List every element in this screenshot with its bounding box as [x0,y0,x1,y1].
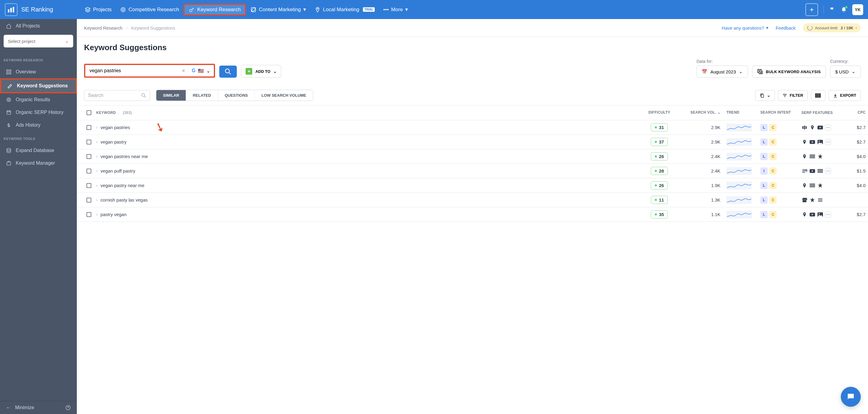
expand-icon[interactable]: › [96,169,97,173]
search-button[interactable] [219,66,237,78]
row-checkbox[interactable] [87,140,91,144]
select-all-checkbox[interactable] [87,110,91,115]
video-icon[interactable] [809,211,815,217]
serp-icon[interactable] [802,168,807,174]
copy-button[interactable]: ⌄ [755,90,775,101]
carousel-icon[interactable] [802,125,807,131]
logo-icon[interactable] [5,3,18,16]
col-difficulty[interactable]: DIFFICULTY [637,110,682,115]
shop-icon[interactable] [802,197,807,203]
keyword-text[interactable]: vegan puff pastry [100,168,135,173]
row-checkbox[interactable] [87,212,91,217]
row-checkbox[interactable] [87,154,91,159]
pin-icon[interactable] [809,125,815,131]
currency-selector[interactable]: $ USD ⌄ [830,66,861,78]
col-search-vol[interactable]: SEARCH VOL. ⌄ [682,110,726,115]
tab-related[interactable]: RELATED [186,90,218,101]
project-select[interactable]: Select project ⌄ [4,35,73,47]
tab-low-vol[interactable]: LOW SEARCH VOLUME [255,90,313,101]
table-search[interactable]: Search [84,90,150,101]
chat-button[interactable] [841,387,861,407]
tab-questions[interactable]: QUESTIONS [218,90,255,101]
date-selector[interactable]: 📅 August 2023 ⌄ [696,66,748,78]
keyword-text[interactable]: vegan pastry [100,139,126,144]
pin-icon[interactable] [802,182,807,188]
add-to-button[interactable]: + ADD TO ⌄ [241,65,281,78]
nav-projects[interactable]: Projects [81,4,116,15]
sidebar-all-projects[interactable]: All Projects [0,19,77,33]
tab-similar[interactable]: SIMILAR [156,90,186,101]
difficulty-pill: 31 [651,123,668,132]
nav-more[interactable]: ••• More ▾ [379,4,412,15]
sidebar-overview[interactable]: Overview [0,66,77,78]
star-icon[interactable] [817,182,823,188]
keyword-text[interactable]: pastry vegan [100,212,126,217]
video-icon[interactable] [809,168,815,174]
row-checkbox[interactable] [87,169,91,173]
sidebar-expand-db[interactable]: Expand Database [0,144,77,157]
search-engine-selector[interactable]: G 🇺🇸 ⌄ [188,68,214,74]
row-checkbox[interactable] [87,125,91,130]
nav-keyword-research[interactable]: Keyword Research [183,4,246,16]
clear-icon[interactable]: ✕ [179,68,188,74]
expand-icon[interactable]: › [96,154,97,159]
sidebar-organic-results[interactable]: Organic Results [0,93,77,106]
sidebar-serp-history[interactable]: Organic SERP History [0,106,77,119]
keyword-text[interactable]: vegan pastry near me [100,183,144,188]
star-icon[interactable] [809,197,815,203]
breadcrumb-1[interactable]: Keyword Research [84,25,123,31]
account-limit-badge[interactable]: Account limit: 2 / 10K i [803,23,861,32]
row-checkbox[interactable] [87,198,91,203]
sidebar: All Projects Select project ⌄ KEYWORD RE… [0,19,77,414]
sidebar-suggestions[interactable]: Keyword Suggestions [0,78,77,93]
sidebar-minimize[interactable]: ← Minimize [0,401,77,414]
keyword-input[interactable] [85,65,179,76]
keyword-text[interactable]: vegan pastries near me [100,154,148,159]
expand-icon[interactable]: › [96,125,97,130]
col-trend[interactable]: TREND [726,110,757,115]
bulk-analysis-button[interactable]: BULK KEYWORD ANALYSIS [752,66,826,78]
columns-button[interactable] [811,90,825,101]
col-serp[interactable]: SERP FEATURES [802,110,846,115]
keyword-text[interactable]: cornish pasty las vegas [100,197,148,203]
feedback-link[interactable]: Feedback [776,25,796,31]
filter-button[interactable]: FILTER [778,90,808,101]
expand-icon[interactable]: › [96,212,97,217]
image-icon[interactable] [817,139,823,145]
bell-icon[interactable] [841,7,847,13]
more-icon[interactable]: ⋯ [825,168,831,174]
expand-icon[interactable]: › [96,140,97,144]
add-button[interactable]: + [805,3,818,16]
lines-icon[interactable] [817,197,823,203]
video-icon[interactable] [817,125,823,131]
nav-competitive[interactable]: Competitive Research [116,4,183,15]
sidebar-kw-manager[interactable]: Keyword Manager [0,157,77,170]
more-icon[interactable]: ⋯ [825,139,831,145]
col-intent[interactable]: SEARCH INTENT [757,110,802,115]
list-icon[interactable] [809,153,815,160]
more-icon[interactable]: ⋯ [825,211,831,217]
pin-icon[interactable] [802,211,807,217]
svg-rect-35 [810,154,815,155]
more-icon[interactable]: ⋯ [825,125,831,131]
nav-local[interactable]: Local Marketing TRIAL [310,4,379,15]
sidebar-ads-history[interactable]: Ads History [0,119,77,132]
video-icon[interactable] [809,139,815,145]
row-checkbox[interactable] [87,183,91,188]
export-button[interactable]: EXPORT [828,90,861,101]
pin-icon[interactable] [802,139,807,145]
pin-icon[interactable] [802,153,807,160]
col-cpc[interactable]: CPC [846,110,868,115]
help-link[interactable]: Have any questions? ▾ [722,25,769,31]
keyword-text[interactable]: vegan pastries [100,125,130,130]
image-icon[interactable] [817,211,823,217]
nav-content[interactable]: Content Marketing ▾ [246,4,310,15]
help-icon[interactable] [65,405,71,410]
expand-icon[interactable]: › [96,198,97,202]
flag-icon[interactable] [829,7,835,13]
user-avatar[interactable]: YK [852,4,863,15]
expand-icon[interactable]: › [96,183,97,188]
star-icon[interactable] [817,153,823,160]
list-icon[interactable] [817,168,823,174]
list-icon[interactable] [809,182,815,188]
